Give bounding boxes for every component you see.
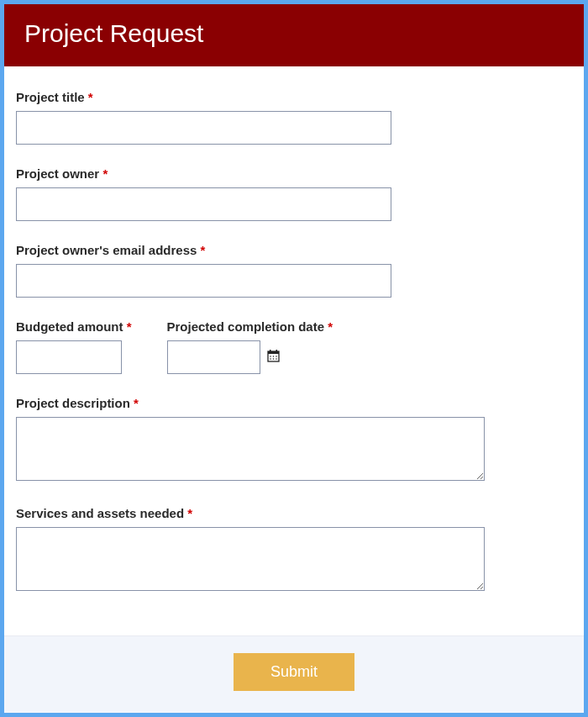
label-project-title: Project title * xyxy=(16,90,572,104)
textarea-services[interactable] xyxy=(16,527,485,591)
textarea-description[interactable] xyxy=(16,417,485,481)
svg-point-5 xyxy=(272,356,274,357)
field-budget: Budgeted amount * xyxy=(16,319,132,374)
svg-point-7 xyxy=(270,358,271,360)
svg-point-4 xyxy=(270,356,271,357)
svg-rect-1 xyxy=(268,351,279,354)
label-text: Project owner's email address xyxy=(16,243,197,257)
svg-point-8 xyxy=(272,358,274,360)
input-budget[interactable] xyxy=(16,340,122,374)
label-text: Project owner xyxy=(16,166,99,181)
svg-point-6 xyxy=(276,356,277,357)
field-completion-date: Projected completion date * xyxy=(167,319,333,374)
svg-point-9 xyxy=(276,358,277,360)
field-description: Project description * xyxy=(16,396,572,484)
label-owner-email: Project owner's email address * xyxy=(16,243,572,257)
required-mark: * xyxy=(88,90,93,104)
page-title: Project Request xyxy=(24,19,564,48)
label-text: Project description xyxy=(16,396,130,410)
row-budget-date: Budgeted amount * Projected completion d… xyxy=(16,319,572,374)
form-header: Project Request xyxy=(4,4,584,66)
input-project-title[interactable] xyxy=(16,111,391,145)
svg-rect-2 xyxy=(270,350,271,352)
input-project-owner[interactable] xyxy=(16,187,391,221)
date-input-group xyxy=(167,340,333,374)
page-frame: Project Request Project title * Project … xyxy=(0,0,588,717)
label-text: Projected completion date xyxy=(167,319,325,334)
label-text: Project title xyxy=(16,90,85,104)
label-description: Project description * xyxy=(16,396,572,410)
label-services: Services and assets needed * xyxy=(16,506,572,520)
label-project-owner: Project owner * xyxy=(16,166,572,181)
svg-rect-3 xyxy=(276,350,277,352)
required-mark: * xyxy=(134,396,139,410)
calendar-icon[interactable] xyxy=(267,350,280,366)
label-completion-date: Projected completion date * xyxy=(167,319,333,334)
label-budget: Budgeted amount * xyxy=(16,319,132,334)
input-owner-email[interactable] xyxy=(16,264,391,298)
field-project-owner: Project owner * xyxy=(16,166,572,221)
required-mark: * xyxy=(328,319,333,334)
required-mark: * xyxy=(201,243,206,257)
submit-button[interactable]: Submit xyxy=(234,653,354,691)
required-mark: * xyxy=(187,506,192,520)
field-project-title: Project title * xyxy=(16,90,572,145)
required-mark: * xyxy=(102,166,108,181)
form-body: Project title * Project owner * Project … xyxy=(4,66,584,635)
label-text: Budgeted amount xyxy=(16,319,123,334)
input-completion-date[interactable] xyxy=(167,340,260,374)
field-services: Services and assets needed * xyxy=(16,506,572,594)
form-footer: Submit xyxy=(4,635,584,713)
required-mark: * xyxy=(127,319,132,334)
label-text: Services and assets needed xyxy=(16,506,184,520)
field-owner-email: Project owner's email address * xyxy=(16,243,572,298)
